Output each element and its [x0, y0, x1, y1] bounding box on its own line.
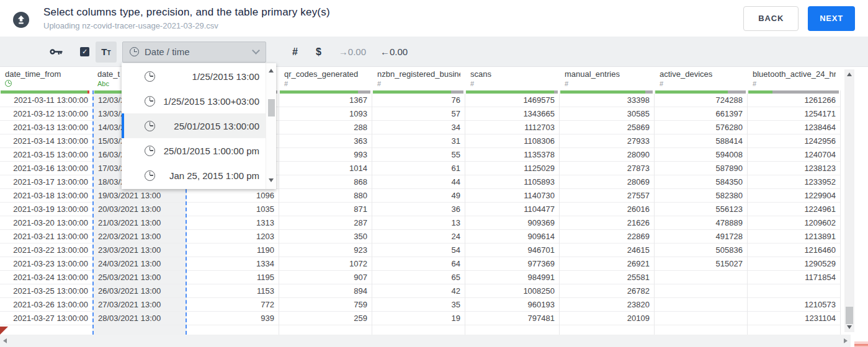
table-cell[interactable]: 977369 — [465, 257, 559, 271]
table-cell[interactable]: 2021-03-20 13:00:00 — [0, 216, 92, 230]
table-cell[interactable]: 21/03/2021 13:00 — [94, 216, 186, 230]
table-cell[interactable]: 939 — [187, 312, 279, 325]
table-cell[interactable]: 556123 — [655, 203, 747, 216]
table-cell[interactable]: 584350 — [655, 175, 747, 189]
table-cell[interactable]: 28/03/2021 13:00 — [94, 312, 186, 325]
table-cell[interactable]: 515027 — [655, 257, 747, 271]
table-cell[interactable]: 759 — [279, 298, 372, 312]
table-cell[interactable]: 20/03/2021 13:00 — [94, 203, 186, 216]
table-cell[interactable]: 2021-03-16 13:00:00 — [0, 162, 92, 175]
table-cell[interactable]: 2021-03-21 13:00:00 — [0, 230, 92, 244]
table-cell[interactable]: 478889 — [655, 216, 747, 230]
table-cell[interactable]: 288 — [279, 121, 372, 134]
table-cell[interactable]: 1224961 — [748, 203, 840, 216]
table-cell[interactable]: 30585 — [560, 107, 654, 121]
vertical-scroll-thumb[interactable] — [846, 307, 853, 324]
table-cell[interactable]: 576280 — [655, 121, 747, 134]
table-cell[interactable]: 2021-03-23 13:00:00 — [0, 257, 92, 271]
column-header[interactable]: bluetooth_active_24_hr_# — [748, 67, 841, 90]
table-cell[interactable]: 1014 — [279, 162, 372, 175]
table-cell[interactable]: 2021-03-24 13:00:00 — [0, 271, 92, 284]
table-cell[interactable]: 909614 — [465, 230, 559, 244]
table-cell[interactable]: 26/03/2021 13:00 — [94, 284, 186, 298]
table-cell[interactable]: 2021-03-27 13:00:00 — [0, 312, 92, 325]
table-cell[interactable]: 28069 — [560, 175, 654, 189]
back-button[interactable]: BACK — [743, 6, 799, 31]
table-cell[interactable]: 1135378 — [465, 148, 559, 162]
table-cell[interactable]: 1105893 — [465, 175, 559, 189]
table-cell[interactable]: 1072 — [279, 257, 372, 271]
table-cell[interactable]: 25581 — [560, 271, 654, 284]
table-cell[interactable]: 31 — [372, 134, 465, 148]
table-cell[interactable]: 24615 — [560, 244, 654, 257]
date-format-option[interactable]: Jan 25, 2015 1:00 pm — [122, 163, 266, 188]
table-cell[interactable]: 24/03/2021 13:00 — [94, 257, 186, 271]
table-cell[interactable]: 1096 — [187, 189, 279, 203]
horizontal-scrollbar[interactable] — [0, 335, 851, 347]
table-cell[interactable]: 909369 — [465, 216, 559, 230]
table-cell[interactable]: 724288 — [655, 94, 747, 107]
table-cell[interactable]: 1209602 — [748, 216, 840, 230]
table-cell[interactable]: 588414 — [655, 134, 747, 148]
vertical-scrollbar[interactable] — [844, 69, 854, 332]
column-header[interactable]: active_devices# — [655, 67, 748, 90]
table-cell[interactable]: 1240704 — [748, 148, 840, 162]
column-type-select[interactable]: Date / time — [122, 42, 266, 63]
table-cell[interactable]: 26782 — [560, 284, 654, 298]
table-cell[interactable]: 1229904 — [748, 189, 840, 203]
column-header[interactable]: manual_entries# — [560, 67, 655, 90]
table-cell[interactable]: 1035 — [187, 203, 279, 216]
table-cell[interactable]: 1261266 — [748, 94, 840, 107]
table-cell[interactable]: 54 — [372, 244, 465, 257]
table-cell[interactable]: 28090 — [560, 148, 654, 162]
table-cell[interactable]: 25/03/2021 13:00 — [94, 271, 186, 284]
table-cell[interactable]: 350 — [279, 230, 372, 244]
table-cell[interactable]: 363 — [279, 134, 372, 148]
table-cell[interactable]: 1216460 — [748, 244, 840, 257]
table-cell[interactable]: 27873 — [560, 162, 654, 175]
table-cell[interactable]: 19 — [372, 312, 465, 325]
table-cell[interactable]: 871 — [279, 203, 372, 216]
table-cell[interactable]: 64 — [372, 257, 465, 271]
dropdown-scroll-down-button[interactable] — [266, 175, 276, 185]
table-cell[interactable] — [655, 271, 747, 284]
table-cell[interactable]: 2021-03-11 13:00:00 — [0, 94, 92, 107]
date-format-option[interactable]: 1/25/2015 13:00 — [122, 64, 266, 89]
table-cell[interactable]: 1190 — [187, 244, 279, 257]
table-cell[interactable]: 2021-03-13 13:00:00 — [0, 121, 92, 134]
table-cell[interactable]: 880 — [279, 189, 372, 203]
table-cell[interactable]: 22/03/2021 13:00 — [94, 230, 186, 244]
table-cell[interactable]: 1112703 — [465, 121, 559, 134]
table-cell[interactable]: 1238464 — [748, 121, 840, 134]
column-header[interactable]: qr_codes_generated# — [279, 67, 372, 90]
table-cell[interactable]: 868 — [279, 175, 372, 189]
column-header[interactable]: date_time_from — [0, 67, 92, 90]
scroll-down-button[interactable] — [844, 322, 854, 332]
table-cell[interactable]: 505836 — [655, 244, 747, 257]
table-cell[interactable]: 23/03/2021 13:00 — [94, 244, 186, 257]
table-cell[interactable]: 661397 — [655, 107, 747, 121]
table-cell[interactable]: 24 — [372, 230, 465, 244]
table-cell[interactable]: 26921 — [560, 257, 654, 271]
table-cell[interactable]: 1254171 — [748, 107, 840, 121]
table-cell[interactable]: 34 — [372, 121, 465, 134]
table-cell[interactable]: 960193 — [465, 298, 559, 312]
date-format-option[interactable]: 25/01/2015 13:00:00 — [122, 113, 266, 138]
table-cell[interactable]: 1231104 — [748, 312, 840, 325]
table-cell[interactable]: 1171854 — [748, 271, 840, 284]
table-cell[interactable]: 1313 — [187, 216, 279, 230]
scroll-up-button[interactable] — [844, 69, 854, 79]
dropdown-scroll-up-button[interactable] — [266, 66, 276, 76]
table-cell[interactable]: 894 — [279, 284, 372, 298]
table-cell[interactable]: 1238123 — [748, 162, 840, 175]
table-cell[interactable]: 20109 — [560, 312, 654, 325]
table-cell[interactable]: 76 — [372, 94, 465, 107]
table-cell[interactable]: 491728 — [655, 230, 747, 244]
table-cell[interactable]: 1367 — [279, 94, 372, 107]
table-cell[interactable]: 2021-03-14 13:00:00 — [0, 134, 92, 148]
table-cell[interactable]: 33398 — [560, 94, 654, 107]
date-format-option[interactable]: 1/25/2015 13:00+03:00 — [122, 89, 266, 113]
date-format-option[interactable]: 25/01/2015 1:00:00 pm — [122, 138, 266, 163]
table-cell[interactable]: 1093 — [279, 107, 372, 121]
table-cell[interactable]: 582380 — [655, 189, 747, 203]
